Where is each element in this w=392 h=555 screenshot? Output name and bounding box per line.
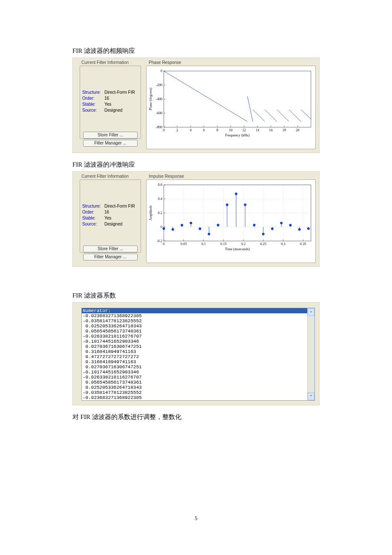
svg-text:0.1: 0.1 [202,242,206,246]
svg-text:0: 0 [163,242,164,246]
heading-impulse: FIR 滤波器的冲激响应 [72,161,320,169]
svg-point-100 [262,233,264,235]
heading-coef: FIR 滤波器系数 [72,292,320,300]
svg-point-84 [190,222,192,224]
filter-info-box-2: Current Filter Information Structure:Dir… [78,177,141,261]
svg-text:-400: -400 [156,97,162,101]
store-filter-button[interactable]: Store Filter ... [83,132,138,139]
svg-point-108 [298,228,300,231]
svg-rect-0 [164,71,311,127]
coefficients-panel: Numerator: -0.023683271368922305 -0.0358… [72,302,320,405]
svg-text:0.15: 0.15 [220,242,227,246]
svg-text:14: 14 [256,128,259,132]
svg-point-78 [163,228,165,230]
svg-text:0: 0 [161,225,162,229]
svg-text:0: 0 [161,69,162,73]
svg-text:Frequency (kHz): Frequency (kHz) [225,133,250,137]
page-number: 5 [72,515,320,522]
svg-text:0: 0 [163,128,164,132]
svg-text:-600: -600 [156,111,162,115]
svg-point-102 [271,228,273,230]
svg-point-90 [217,224,219,226]
info-legend-2: Current Filter Information [81,174,130,179]
phase-legend: Phase Response [148,60,182,65]
svg-point-106 [289,224,291,226]
svg-point-86 [199,228,201,230]
svg-text:0.3: 0.3 [281,242,285,246]
coef-header: Numerator: [82,308,314,313]
store-filter-button-2[interactable]: Store Filter ... [83,246,138,252]
impulse-chart: 00.050.10.150.20.250.30.35-0.200.20.40.6… [146,179,316,263]
svg-text:Phase (degrees): Phase (degrees) [148,88,153,110]
svg-point-96 [244,204,246,206]
heading-phase: FIR 滤波器的相频响应 [72,47,320,55]
svg-text:4: 4 [190,128,192,132]
svg-text:Amplitude: Amplitude [148,205,153,220]
phase-panel: Current Filter Information Structure:Dir… [72,58,320,153]
impulse-legend: Impulse Response [148,174,185,179]
svg-point-94 [235,193,237,195]
info-legend: Current Filter Information [81,60,130,65]
svg-text:-200: -200 [156,83,162,87]
filter-manager-button-2[interactable]: Filter Manager ... [83,254,138,260]
svg-text:20: 20 [296,128,299,132]
svg-text:0.05: 0.05 [181,242,187,246]
filter-manager-button[interactable]: Filter Manager ... [83,140,138,147]
svg-point-92 [226,204,228,206]
heading-adjust: 对 FIR 滤波器的系数进行调整，整数化 [72,413,320,421]
svg-text:0.6: 0.6 [158,182,163,187]
phase-chart: 024681012141618200-200-400-600-800Freque… [146,66,316,149]
svg-text:0.2: 0.2 [241,242,246,246]
svg-text:18: 18 [282,128,286,132]
scrollbar[interactable]: ▴ ▾ [307,308,314,400]
coef-list: -0.023683271368922305 -0.035814778123825… [82,313,314,400]
svg-text:Time (mseconds): Time (mseconds) [225,247,250,251]
svg-text:0.2: 0.2 [158,211,163,215]
svg-text:8: 8 [216,128,218,132]
impulse-panel: Current Filter Information Structure:Dir… [72,171,320,267]
svg-text:0.35: 0.35 [300,242,306,246]
svg-text:6: 6 [203,128,205,132]
svg-text:0.4: 0.4 [158,197,163,201]
svg-text:10: 10 [229,128,232,132]
svg-point-104 [280,222,282,224]
svg-text:-0.2: -0.2 [157,239,162,243]
scroll-up-icon[interactable]: ▴ [308,308,314,316]
svg-point-98 [253,224,255,226]
svg-text:-800: -800 [156,125,162,129]
svg-point-82 [181,224,183,226]
svg-text:2: 2 [176,128,178,132]
svg-point-110 [307,228,309,230]
svg-text:12: 12 [242,128,246,132]
svg-text:0.25: 0.25 [260,242,266,246]
svg-text:16: 16 [269,128,272,132]
svg-point-80 [172,228,174,231]
filter-info-box: Current Filter Information Structure:Dir… [78,63,141,147]
svg-point-88 [208,233,210,235]
scroll-down-icon[interactable]: ▾ [308,393,314,400]
